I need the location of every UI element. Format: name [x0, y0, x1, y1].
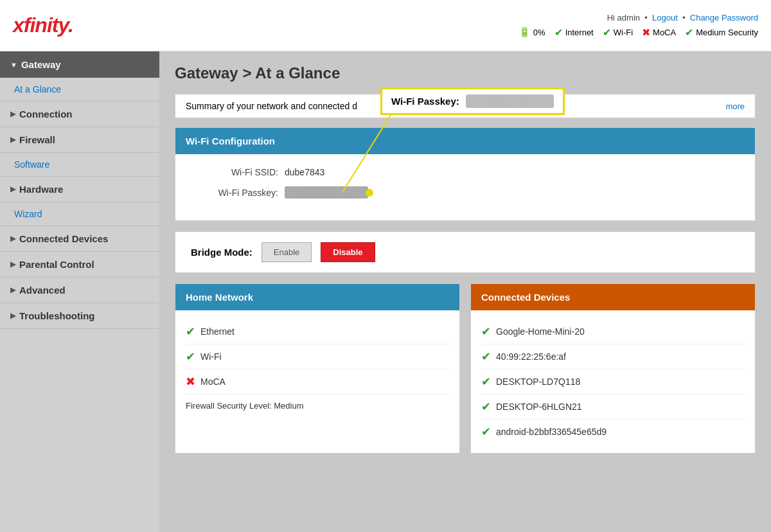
troubleshooting-arrow-icon: ▶	[10, 312, 15, 320]
passkey-callout: Wi-Fi Passkey: ████████	[380, 87, 565, 115]
moca-label: MoCA	[653, 28, 676, 37]
passkey-callout-label: Wi-Fi Passkey:	[391, 96, 459, 107]
sidebar-gateway-header[interactable]: ▼ Gateway	[0, 51, 159, 78]
wifi-item: ✔ Wi-Fi	[186, 344, 449, 369]
device-check-icon-3: ✔	[481, 400, 491, 414]
sidebar-item-connected-devices[interactable]: ▶ Connected Devices	[0, 226, 159, 252]
sidebar-hardware-label: Hardware	[19, 184, 63, 195]
moca-item-label: MoCA	[200, 377, 226, 387]
passkey-dot-indicator	[366, 189, 373, 197]
connected-devices-list: ✔ Google-Home-Mini-20 ✔ 40:99:22:25:6e:a…	[471, 310, 755, 453]
passkey-value: ████████	[285, 186, 368, 199]
device-item-3: ✔ DESKTOP-6HLGN21	[481, 395, 745, 420]
home-network-header: Home Network	[175, 284, 459, 310]
sidebar-item-connection[interactable]: ▶ Connection	[0, 102, 159, 127]
wifi-config-card: Wi-Fi Configuration Wi-Fi SSID: dube7843…	[175, 127, 756, 221]
sidebar-item-software[interactable]: Software	[0, 153, 159, 177]
header: xfinity. Hi admin • Logout • Change Pass…	[0, 0, 771, 51]
change-password-link[interactable]: Change Password	[690, 13, 758, 22]
security-check-icon: ✔	[685, 26, 693, 39]
device-item-0: ✔ Google-Home-Mini-20	[481, 319, 745, 344]
moca-item: ✖ MoCA	[186, 369, 449, 395]
wifi-label: Wi-Fi	[614, 28, 633, 37]
passkey-row: Wi-Fi Passkey: ████████	[195, 186, 736, 199]
bridge-mode-label: Bridge Mode:	[191, 247, 253, 258]
sidebar-advanced-label: Advanced	[19, 285, 66, 296]
connected-devices-arrow-icon: ▶	[10, 235, 15, 243]
passkey-callout-value: ████████	[466, 94, 554, 108]
home-network-card: Home Network ✔ Ethernet ✔ Wi-Fi ✖ MoCA	[175, 283, 460, 454]
security-label: Medium Security	[696, 28, 758, 37]
firewall-value: Medium	[274, 401, 303, 411]
ssid-value: dube7843	[285, 167, 324, 177]
moca-status: ✖ MoCA	[642, 26, 676, 39]
wifi-status: ✔ Wi-Fi	[603, 26, 633, 39]
status-row: 🔋 0% ✔ Internet ✔ Wi-Fi ✖ MoCA ✔ Medium …	[518, 26, 758, 39]
firewall-arrow-icon: ▶	[10, 136, 15, 144]
device-item-1: ✔ 40:99:22:25:6e:af	[481, 344, 745, 369]
bridge-disable-button[interactable]: Disable	[321, 242, 375, 262]
sidebar-item-advanced[interactable]: ▶ Advanced	[0, 278, 159, 303]
firewall-row: Firewall Security Level: Medium	[186, 395, 449, 413]
device-check-icon-2: ✔	[481, 375, 491, 389]
advanced-arrow-icon: ▶	[10, 286, 15, 294]
device-check-icon-0: ✔	[481, 324, 491, 339]
user-info-row: Hi admin • Logout • Change Password	[518, 13, 758, 22]
home-network-list: ✔ Ethernet ✔ Wi-Fi ✖ MoCA Firewall Sec	[175, 310, 459, 422]
device-label-1: 40:99:22:25:6e:af	[496, 351, 566, 362]
sidebar-gateway-label: Gateway	[21, 59, 61, 70]
internet-check-icon: ✔	[554, 26, 563, 39]
ethernet-item: ✔ Ethernet	[186, 319, 449, 344]
bottom-cards: Home Network ✔ Ethernet ✔ Wi-Fi ✖ MoCA	[175, 283, 756, 454]
sidebar-item-firewall[interactable]: ▶ Firewall	[0, 127, 159, 153]
moca-x-item-icon: ✖	[186, 375, 195, 389]
sidebar-firewall-label: Firewall	[19, 134, 55, 145]
battery-label: 0%	[533, 28, 545, 37]
sidebar-item-wizard[interactable]: Wizard	[0, 202, 159, 226]
device-item-4: ✔ android-b2bbf336545e65d9	[481, 420, 745, 444]
summary-text: Summary of your network and connected d	[186, 101, 357, 111]
wifi-check-icon: ✔	[186, 350, 195, 364]
sidebar: ▼ Gateway At a Glance ▶ Connection ▶ Fir…	[0, 51, 159, 532]
sidebar-connected-devices-label: Connected Devices	[19, 233, 108, 244]
logout-link[interactable]: Logout	[652, 13, 678, 22]
wifi-check-icon: ✔	[603, 26, 611, 39]
layout: ▼ Gateway At a Glance ▶ Connection ▶ Fir…	[0, 51, 771, 532]
sidebar-item-parental-control[interactable]: ▶ Parental Control	[0, 252, 159, 278]
hardware-arrow-icon: ▶	[10, 185, 15, 193]
device-check-icon-1: ✔	[481, 350, 491, 364]
device-check-icon-4: ✔	[481, 425, 491, 439]
sidebar-parental-control-label: Parental Control	[19, 259, 94, 270]
device-label-2: DESKTOP-LD7Q118	[496, 377, 580, 387]
gateway-arrow-icon: ▼	[10, 61, 17, 69]
sidebar-item-troubleshooting[interactable]: ▶ Troubleshooting	[0, 303, 159, 329]
internet-status: ✔ Internet	[554, 26, 594, 39]
connection-arrow-icon: ▶	[10, 110, 15, 118]
sidebar-troubleshooting-label: Troubleshooting	[19, 310, 95, 321]
firewall-label: Firewall Security Level:	[186, 401, 272, 411]
device-label-3: DESKTOP-6HLGN21	[496, 402, 582, 412]
main-content: Gateway > At a Glance Summary of your ne…	[159, 51, 771, 532]
more-link[interactable]: more	[725, 102, 745, 111]
passkey-label: Wi-Fi Passkey:	[195, 188, 278, 198]
ethernet-check-icon: ✔	[186, 324, 195, 339]
connected-devices-header: Connected Devices	[471, 284, 755, 310]
sidebar-item-hardware[interactable]: ▶ Hardware	[0, 177, 159, 202]
device-label-4: android-b2bbf336545e65d9	[496, 427, 607, 437]
xfinity-logo: xfinity.	[13, 13, 73, 37]
battery-status: 🔋 0%	[518, 26, 545, 38]
security-status: ✔ Medium Security	[685, 26, 758, 39]
bridge-mode-section: Bridge Mode: Enable Disable	[175, 231, 756, 273]
ssid-row: Wi-Fi SSID: dube7843	[195, 167, 736, 177]
sidebar-connection-label: Connection	[19, 109, 73, 120]
connected-devices-card: Connected Devices ✔ Google-Home-Mini-20 …	[470, 283, 756, 454]
bridge-enable-button[interactable]: Enable	[261, 242, 312, 262]
page-title: Gateway > At a Glance	[175, 64, 756, 82]
sidebar-item-at-a-glance[interactable]: At a Glance	[0, 78, 159, 102]
wifi-config-body: Wi-Fi SSID: dube7843 Wi-Fi Passkey: ████…	[175, 154, 755, 220]
ssid-label: Wi-Fi SSID:	[195, 167, 278, 177]
moca-x-icon: ✖	[642, 26, 650, 39]
parental-control-arrow-icon: ▶	[10, 260, 15, 269]
wifi-config-header: Wi-Fi Configuration	[175, 128, 755, 154]
battery-icon: 🔋	[518, 26, 531, 38]
